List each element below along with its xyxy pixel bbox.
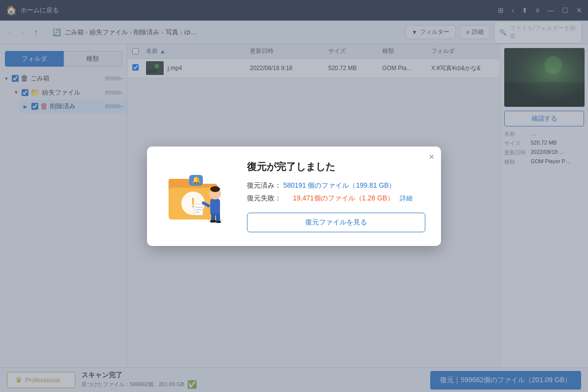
svg-rect-13	[210, 198, 220, 216]
fail-label: 復元失敗：	[247, 194, 281, 202]
success-value: 580191 個のファイル（199.81 GB）	[283, 181, 396, 189]
dialog-illustration: !	[159, 160, 237, 232]
dialog-content: 復元が完了しました 復元済み： 580191 個のファイル（199.81 GB）…	[247, 160, 425, 232]
overlay: × !	[0, 0, 588, 392]
svg-point-15	[210, 186, 220, 192]
view-files-button[interactable]: 復元ファイルを見る	[247, 213, 425, 232]
dialog-success-stat: 復元済み： 580191 個のファイル（199.81 GB）	[247, 181, 425, 190]
dialog-fail-stat: 復元失敗： 19,471個のファイル（1.28 GB） 詳細	[247, 194, 425, 203]
svg-rect-19	[216, 221, 221, 223]
dialog-close-button[interactable]: ×	[429, 152, 434, 161]
svg-rect-8	[169, 179, 191, 189]
svg-text:🔔: 🔔	[192, 176, 201, 184]
fail-value: 19,471個のファイル（1.28 GB）	[293, 194, 394, 202]
dialog: × !	[147, 147, 441, 246]
detail-link[interactable]: 詳細	[400, 195, 413, 202]
success-label: 復元済み：	[247, 181, 281, 189]
svg-rect-17	[216, 213, 220, 222]
dialog-title: 復元が完了しました	[247, 160, 425, 173]
svg-rect-18	[210, 220, 216, 222]
